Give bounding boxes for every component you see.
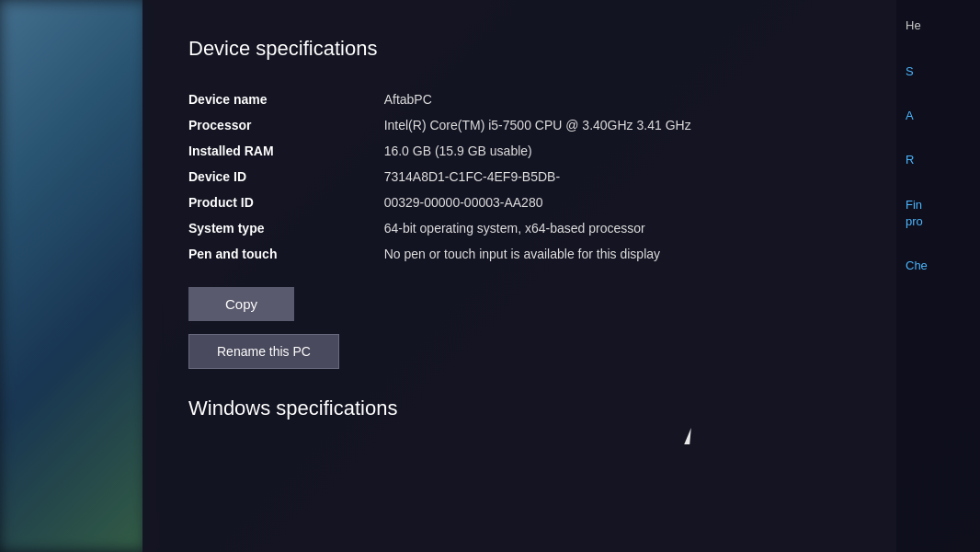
table-row: Device ID7314A8D1-C1FC-4EF9-B5DB- xyxy=(188,164,850,190)
spec-value: AftabPC xyxy=(384,86,850,112)
spec-value: 00329-00000-00003-AA280 xyxy=(384,190,850,215)
windows-specs-title: Windows specifications xyxy=(188,397,850,420)
spec-value: No pen or touch input is available for t… xyxy=(384,241,850,267)
table-row: Pen and touchNo pen or touch input is av… xyxy=(188,241,850,267)
spec-label: Installed RAM xyxy=(188,138,384,164)
sidebar-link-4[interactable]: Finpro xyxy=(906,197,971,230)
table-row: Product ID00329-00000-00003-AA280 xyxy=(188,190,850,215)
spec-label: Processor xyxy=(188,112,384,138)
table-row: System type64-bit operating system, x64-… xyxy=(188,215,850,241)
sidebar-helper-label: He xyxy=(906,18,971,32)
spec-table: Device nameAftabPCProcessorIntel(R) Core… xyxy=(188,86,850,267)
sidebar-link-2[interactable]: A xyxy=(906,108,971,124)
spec-value: Intel(R) Core(TM) i5-7500 CPU @ 3.40GHz … xyxy=(384,112,850,138)
spec-value: 64-bit operating system, x64-based proce… xyxy=(384,215,850,241)
copy-button[interactable]: Copy xyxy=(188,287,294,321)
main-content-panel: Device specifications Device nameAftabPC… xyxy=(142,0,896,552)
table-row: Installed RAM16.0 GB (15.9 GB usable) xyxy=(188,138,850,164)
spec-label: Device name xyxy=(188,86,384,112)
spec-label: Device ID xyxy=(188,164,384,190)
spec-value: 7314A8D1-C1FC-4EF9-B5DB- xyxy=(384,164,850,190)
right-sidebar: He S A R Finpro Che xyxy=(896,0,980,552)
left-background-blur xyxy=(0,0,147,552)
device-specs-title: Device specifications xyxy=(188,37,850,61)
spec-value: 16.0 GB (15.9 GB usable) xyxy=(384,138,850,164)
sidebar-link-5[interactable]: Che xyxy=(906,258,971,274)
sidebar-link-3[interactable]: R xyxy=(906,152,971,168)
spec-label: Product ID xyxy=(188,190,384,215)
spec-label: Pen and touch xyxy=(188,241,384,267)
spec-label: System type xyxy=(188,215,384,241)
table-row: ProcessorIntel(R) Core(TM) i5-7500 CPU @… xyxy=(188,112,850,138)
table-row: Device nameAftabPC xyxy=(188,86,850,112)
rename-pc-button[interactable]: Rename this PC xyxy=(188,334,339,369)
sidebar-link-1[interactable]: S xyxy=(906,63,971,80)
